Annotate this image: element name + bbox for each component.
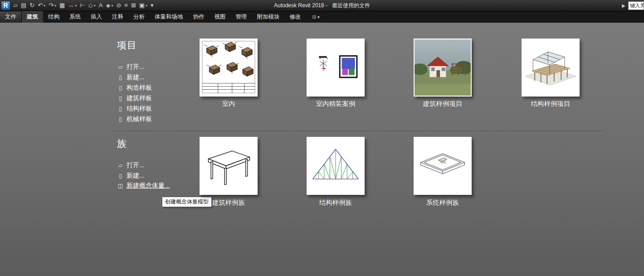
section-icon[interactable]: ⊘ [116, 0, 121, 11]
file-new-icon: ▯ [117, 74, 124, 81]
link-label: 建筑样板 [127, 94, 152, 102]
family-structure-sample[interactable] [307, 137, 365, 195]
architecture-sample-preview-image [415, 39, 471, 96]
open-icon[interactable]: ▱ [13, 0, 18, 11]
tab-insert[interactable]: 插入 [86, 11, 107, 23]
undo-dropdown-caret[interactable]: ▾ [44, 4, 45, 8]
undo-icon[interactable]: ↶ [38, 0, 43, 11]
infocenter-arrow-icon[interactable]: ▶ [622, 3, 625, 8]
link-label: 新建概念体量... [127, 182, 170, 190]
section-divider [113, 131, 604, 131]
families-heading: 族 [117, 137, 127, 150]
sync-icon[interactable]: ↻ [29, 0, 34, 11]
thumbnail-label: 建筑样例族 [183, 199, 274, 207]
tab-structure[interactable]: 结构 [43, 11, 64, 23]
file-new-icon: ▯ [117, 173, 124, 179]
link-label: 打开... [127, 161, 145, 169]
thumbnail-label: 建筑样例项目 [397, 100, 488, 108]
tab-analyze[interactable]: 分析 [128, 11, 150, 23]
recent-project-structure-sample[interactable] [522, 39, 580, 97]
title-bar: R ▱ ▤ ↻ ↶ ▾ ↷ ▾ ▦ ↔ ▾ ⊢ ◇ ▾ A ◈ ▾ ⊘ ≡ ⊠ … [0, 0, 644, 11]
thumbnail-label: 系统样例族 [397, 199, 488, 207]
family-system-sample[interactable] [414, 137, 472, 195]
tab-file[interactable]: 文件 [0, 11, 22, 23]
thumbnail-label: 室内 [183, 100, 274, 108]
mechanical-template-link[interactable]: ▯ 机械样板 [117, 115, 152, 124]
project-new-link[interactable]: ▯ 新建... [117, 73, 145, 82]
window-title: Autodesk Revit 2018 - 最近使用的文件 [274, 0, 370, 11]
table-family-preview-image [200, 138, 257, 194]
structural-template-link[interactable]: ▯ 结构样板 [117, 104, 152, 113]
tab-system[interactable]: 系统 [64, 11, 86, 23]
tab-manage[interactable]: 管理 [231, 11, 252, 23]
family-architecture-sample[interactable] [200, 137, 258, 195]
switch-windows-dropdown-caret[interactable]: ▾ [146, 4, 147, 8]
tab-massing-site[interactable]: 体量和场地 [150, 11, 188, 23]
redo-icon[interactable]: ↷ [49, 0, 54, 11]
titlebar-right-group: ▶ 键入关 [622, 0, 644, 11]
tab-modify[interactable]: 修改 [285, 11, 306, 23]
system-family-preview-image [415, 138, 471, 194]
family-new-link[interactable]: ▯ 新建... [117, 171, 145, 180]
thumbnail-label: 结构样例族 [290, 199, 381, 207]
link-label: 打开... [127, 63, 145, 71]
projects-heading: 项目 [117, 39, 137, 52]
save-icon[interactable]: ▤ [21, 0, 26, 11]
tab-architecture[interactable]: 建筑 [22, 11, 43, 23]
tab-collaborate[interactable]: 协作 [188, 11, 210, 23]
switch-windows-icon[interactable]: ▣ [139, 0, 145, 11]
template-icon: ▯ [117, 106, 124, 112]
template-icon: ▯ [117, 95, 124, 102]
dimension-icon[interactable]: ⊢ [80, 0, 85, 11]
tab-view[interactable]: 视图 [210, 11, 231, 23]
conceptual-mass-icon: ◫ [117, 183, 124, 189]
link-label: 结构样板 [127, 105, 152, 113]
recent-project-interior[interactable] [200, 39, 258, 97]
truss-family-preview-image [307, 138, 364, 194]
link-label: 构造样板 [127, 84, 152, 92]
revit-logo[interactable]: R [1, 1, 10, 10]
new-conceptual-mass-link[interactable]: ◫ 新建概念体量... [117, 181, 170, 190]
link-label: 新建... [127, 73, 145, 82]
revit-start-window: R ▱ ▤ ↻ ↶ ▾ ↷ ▾ ▦ ↔ ▾ ⊢ ◇ ▾ A ◈ ▾ ⊘ ≡ ⊠ … [0, 0, 644, 276]
quick-access-toolbar: R ▱ ▤ ↻ ↶ ▾ ↷ ▾ ▦ ↔ ▾ ⊢ ◇ ▾ A ◈ ▾ ⊘ ≡ ⊠ … [1, 0, 154, 11]
ribbon-tab-bar: 文件 建筑 结构 系统 插入 注释 分析 体量和场地 协作 视图 管理 附加模块… [0, 11, 644, 23]
print-icon[interactable]: ▦ [59, 0, 65, 11]
text-icon[interactable]: A [99, 0, 103, 11]
family-open-link[interactable]: ▱ 打开... [117, 161, 145, 170]
view3d-icon[interactable]: ◈ [106, 0, 110, 11]
template-icon: ▯ [117, 116, 124, 122]
architectural-template-link[interactable]: ▯ 建筑样板 [117, 94, 152, 103]
project-open-link[interactable]: ▱ 打开... [117, 63, 145, 72]
thumbnail-label: 结构样例项目 [505, 100, 596, 108]
search-input[interactable]: 键入关 [628, 1, 644, 10]
link-label: 机械样板 [127, 115, 152, 123]
recent-files-page: 项目 ▱ 打开... ▯ 新建... ▯ 构造样板 ▯ 建筑样板 ▯ 结构样板 … [0, 23, 644, 276]
customize-qat-icon[interactable]: ▾ [151, 0, 154, 11]
link-label: 新建... [127, 172, 145, 180]
tag-icon[interactable]: ◇ [88, 0, 93, 11]
folder-open-icon: ▱ [117, 64, 124, 70]
thin-lines-icon[interactable]: ≡ [124, 0, 128, 11]
redo-dropdown-caret[interactable]: ▾ [54, 4, 56, 8]
interior-cad-preview-image [200, 39, 257, 96]
close-windows-icon[interactable]: ⊠ [131, 0, 136, 11]
measure-dropdown-caret[interactable]: ▾ [75, 4, 77, 8]
structure-sample-preview-image [522, 39, 579, 96]
view3d-dropdown-caret[interactable]: ▾ [111, 4, 113, 8]
recent-project-architecture-sample[interactable] [414, 39, 472, 97]
recent-project-interior-deluxe[interactable] [307, 39, 365, 97]
folder-open-icon: ▱ [117, 162, 124, 169]
tab-addins[interactable]: 附加模块 [252, 11, 285, 23]
thumbnail-label: 室内精装案例 [290, 100, 381, 108]
measure-icon[interactable]: ↔ [68, 0, 74, 11]
interior-deluxe-preview-image [307, 39, 364, 96]
template-icon: ▯ [117, 85, 124, 91]
ribbon-display-toggle-icon[interactable]: ⊟ ▾ [309, 11, 323, 23]
tag-dropdown-caret[interactable]: ▾ [94, 4, 96, 8]
construction-template-link[interactable]: ▯ 构造样板 [117, 83, 152, 92]
tab-annotate[interactable]: 注释 [107, 11, 128, 23]
